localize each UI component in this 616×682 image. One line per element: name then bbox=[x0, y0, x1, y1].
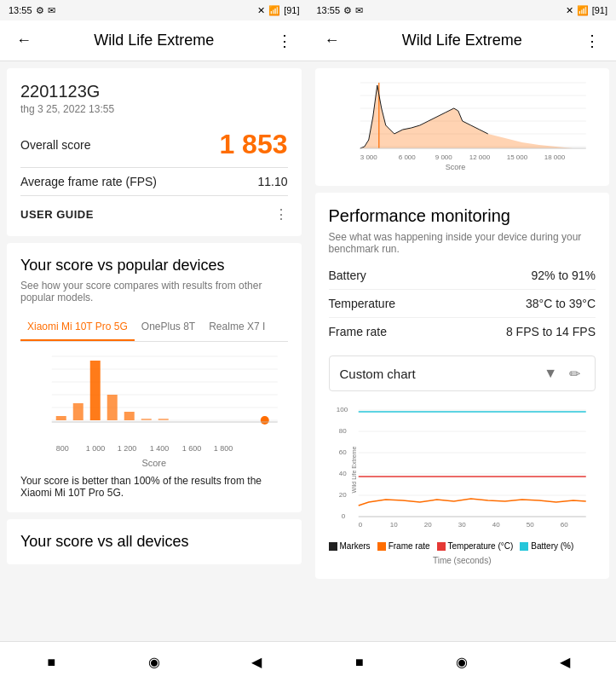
svg-text:50: 50 bbox=[526, 521, 533, 529]
overall-score-label: Overall score bbox=[20, 138, 90, 152]
legend-markers-icon bbox=[329, 542, 337, 551]
fps-row: Average frame rate (FPS) 11.10 bbox=[20, 175, 288, 196]
svg-text:1 400: 1 400 bbox=[150, 444, 170, 453]
svg-text:6 000: 6 000 bbox=[398, 153, 416, 161]
right-panel: 13:55 ⚙ ✉ ✕ 📶 [91] ← Wild Life Extreme ⋮ bbox=[308, 0, 617, 682]
svg-text:60: 60 bbox=[560, 521, 567, 529]
svg-rect-8 bbox=[90, 361, 101, 420]
right-top-bar: ← Wild Life Extreme ⋮ bbox=[308, 20, 617, 61]
right-title: Wild Life Extreme bbox=[346, 32, 579, 49]
left-square-button[interactable]: ■ bbox=[36, 647, 66, 678]
left-settings-icon: ⚙ bbox=[36, 5, 44, 16]
frame-rate-value: 8 FPS to 14 FPS bbox=[506, 325, 596, 338]
custom-chart-label: Custom chart bbox=[340, 367, 544, 381]
left-content-scroll[interactable]: 2201123G thg 3 25, 2022 13:55 Overall sc… bbox=[0, 61, 308, 641]
svg-rect-7 bbox=[73, 403, 83, 420]
left-back-nav-button[interactable]: ◀ bbox=[241, 647, 272, 678]
legend-markers: Markers bbox=[329, 541, 371, 551]
right-time: 13:55 bbox=[317, 5, 341, 15]
legend-battery-label: Battery (%) bbox=[531, 541, 573, 551]
right-settings-icon: ⚙ bbox=[343, 5, 352, 16]
user-guide-row[interactable]: USER GUIDE ⋮ bbox=[20, 206, 288, 223]
svg-text:1 200: 1 200 bbox=[118, 444, 137, 453]
svg-text:9 000: 9 000 bbox=[435, 153, 452, 161]
left-status-icons: ✕ 📶 [91] bbox=[257, 5, 299, 16]
svg-text:Score: Score bbox=[445, 163, 465, 171]
right-back-button[interactable]: ← bbox=[319, 27, 346, 55]
time-axis-label: Time (seconds) bbox=[329, 556, 596, 565]
right-circle-button[interactable]: ◉ bbox=[446, 647, 477, 678]
tab-oneplus[interactable]: OnePlus 8T bbox=[135, 314, 202, 341]
vs-popular-tabs: Xiaomi Mi 10T Pro 5G OnePlus 8T Realme X… bbox=[20, 314, 288, 342]
right-share-button[interactable]: ⋮ bbox=[579, 27, 606, 55]
temperature-value: 38°C to 39°C bbox=[526, 297, 596, 310]
user-guide-share-icon[interactable]: ⋮ bbox=[274, 206, 288, 223]
svg-text:12 000: 12 000 bbox=[469, 153, 490, 161]
svg-rect-57 bbox=[329, 542, 337, 551]
temperature-row: Temperature 38°C to 39°C bbox=[329, 297, 596, 318]
bar-chart-x-axis: 800 1 000 1 200 1 400 1 600 1 800 bbox=[20, 441, 288, 456]
battery-value: 92% to 91% bbox=[532, 269, 596, 282]
svg-text:30: 30 bbox=[458, 521, 465, 529]
svg-text:0: 0 bbox=[341, 512, 345, 520]
svg-text:0: 0 bbox=[358, 521, 362, 529]
legend-framerate-icon bbox=[377, 542, 386, 551]
svg-text:40: 40 bbox=[338, 470, 346, 477]
svg-text:1 600: 1 600 bbox=[182, 444, 202, 453]
legend-temperature-label: Temperature (°C) bbox=[448, 541, 514, 551]
left-panel: 13:55 ⚙ ✉ ✕ 📶 [91] ← Wild Life Extreme ⋮… bbox=[0, 0, 308, 682]
edit-icon[interactable]: ✏ bbox=[564, 363, 584, 384]
temperature-label: Temperature bbox=[329, 297, 396, 310]
right-status-bar: 13:55 ⚙ ✉ ✕ 📶 [91] bbox=[308, 0, 617, 20]
frame-rate-row: Frame rate 8 FPS to 14 FPS bbox=[329, 325, 596, 345]
distribution-chart-svg: 3 000 6 000 9 000 12 000 15 000 18 000 S… bbox=[325, 78, 600, 172]
svg-text:3 000: 3 000 bbox=[360, 153, 377, 161]
left-status-time-group: 13:55 ⚙ ✉ bbox=[9, 5, 55, 16]
svg-text:18 000: 18 000 bbox=[544, 153, 565, 161]
bar-chart-area bbox=[20, 352, 288, 437]
right-cancel-icon: ✕ bbox=[566, 5, 573, 16]
right-wifi-icon: 📶 bbox=[577, 5, 589, 16]
tab-realme[interactable]: Realme X7 I bbox=[202, 314, 272, 341]
svg-rect-9 bbox=[107, 395, 118, 420]
custom-chart-selector[interactable]: Custom chart ▼ ✏ bbox=[329, 355, 596, 391]
left-score-card: 2201123G thg 3 25, 2022 13:55 Overall sc… bbox=[7, 68, 302, 236]
left-top-bar: ← Wild Life Extreme ⋮ bbox=[0, 20, 308, 61]
right-status-time-group: 13:55 ⚙ ✉ bbox=[317, 5, 364, 16]
vs-all-section: Your score vs all devices bbox=[7, 519, 302, 564]
user-guide-label: USER GUIDE bbox=[20, 208, 94, 221]
legend-temperature: Temperature (°C) bbox=[437, 541, 514, 551]
right-msg-icon: ✉ bbox=[355, 5, 363, 16]
svg-rect-12 bbox=[158, 419, 169, 420]
tab-xiaomi[interactable]: Xiaomi Mi 10T Pro 5G bbox=[20, 314, 135, 341]
svg-text:Wild Life Extreme: Wild Life Extreme bbox=[350, 446, 356, 493]
svg-text:15 000: 15 000 bbox=[506, 153, 527, 161]
right-back-nav-button[interactable]: ◀ bbox=[550, 647, 580, 678]
svg-text:40: 40 bbox=[492, 521, 499, 529]
right-content-scroll[interactable]: 3 000 6 000 9 000 12 000 15 000 18 000 S… bbox=[308, 61, 617, 641]
left-time: 13:55 bbox=[9, 5, 32, 15]
svg-text:100: 100 bbox=[336, 406, 348, 413]
right-square-button[interactable]: ■ bbox=[344, 647, 375, 678]
left-status-bar: 13:55 ⚙ ✉ ✕ 📶 [91] bbox=[0, 0, 308, 20]
right-nav-bar: ■ ◉ ◀ bbox=[308, 641, 617, 682]
legend-temperature-icon bbox=[437, 542, 446, 551]
legend-battery-icon bbox=[520, 542, 528, 551]
line-chart-area: 100 80 60 40 20 0 Wild Life Extreme bbox=[329, 402, 596, 538]
left-circle-button[interactable]: ◉ bbox=[139, 647, 170, 678]
bar-chart-x-labels: 800 1 000 1 200 1 400 1 600 1 800 bbox=[20, 441, 288, 454]
left-back-button[interactable]: ← bbox=[10, 27, 37, 55]
compare-text: Your score is better than 100% of the re… bbox=[20, 475, 288, 499]
battery-row: Battery 92% to 91% bbox=[329, 269, 596, 290]
overall-score-row: Overall score 1 853 bbox=[20, 129, 288, 168]
vs-popular-card: Your score vs popular devices See how yo… bbox=[7, 243, 302, 512]
left-share-button[interactable]: ⋮ bbox=[271, 27, 298, 55]
left-msg-icon: ✉ bbox=[48, 5, 55, 16]
svg-point-13 bbox=[261, 416, 269, 425]
svg-text:1 800: 1 800 bbox=[214, 444, 233, 453]
svg-text:20: 20 bbox=[338, 491, 346, 499]
svg-text:800: 800 bbox=[56, 444, 69, 453]
svg-rect-60 bbox=[520, 542, 528, 551]
bar-chart-score-label: Score bbox=[20, 458, 288, 468]
battery-label: Battery bbox=[329, 269, 366, 282]
